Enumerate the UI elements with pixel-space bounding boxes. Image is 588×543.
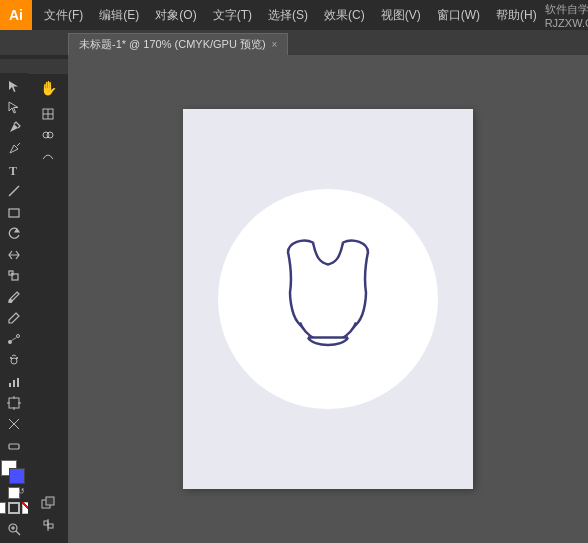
svg-rect-17 (9, 398, 19, 408)
selection-tool[interactable] (3, 76, 25, 96)
paintbrush-tool[interactable] (3, 287, 25, 307)
menu-window[interactable]: 窗口(W) (429, 0, 488, 30)
stroke-fill-row (0, 502, 28, 514)
main-area: T (0, 55, 588, 543)
app-logo: Ai (0, 0, 32, 30)
ruler-corner (0, 59, 28, 73)
menu-bar: 文件(F) 编辑(E) 对象(O) 文字(T) 选择(S) 效果(C) 视图(V… (32, 0, 588, 30)
svg-point-11 (11, 358, 17, 364)
svg-line-10 (12, 338, 17, 341)
svg-point-8 (8, 340, 12, 344)
symbol-sprayer-tool[interactable] (3, 350, 25, 370)
graph-tool[interactable] (3, 371, 25, 391)
scale-tool[interactable] (3, 266, 25, 286)
menu-help[interactable]: 帮助(H) (488, 0, 545, 30)
svg-point-31 (47, 132, 53, 138)
svg-rect-22 (9, 444, 19, 449)
svg-rect-16 (17, 378, 19, 387)
color-swatches[interactable] (1, 460, 27, 484)
menu-object[interactable]: 对象(O) (147, 0, 204, 30)
document-tab[interactable]: 未标题-1* @ 170% (CMYK/GPU 预览) × (68, 33, 288, 55)
eraser-tool[interactable] (3, 435, 25, 455)
line-tool[interactable] (3, 181, 25, 201)
title-bar: Ai 文件(F) 编辑(E) 对象(O) 文字(T) 选择(S) 效果(C) 视… (0, 0, 588, 30)
move-forward-icon[interactable] (33, 493, 63, 513)
menu-text[interactable]: 文字(T) (205, 0, 260, 30)
artboard-tool[interactable] (3, 393, 25, 413)
left-toolbar: T (0, 55, 28, 543)
ruler-horizontal (28, 59, 68, 74)
website-label: 软件自学网：RJZXW.COM (545, 2, 588, 29)
extra-tools (33, 104, 63, 166)
svg-line-0 (17, 143, 20, 146)
svg-rect-36 (48, 524, 53, 528)
svg-rect-33 (46, 497, 54, 505)
canvas-area (68, 55, 588, 543)
tab-bar: 未标题-1* @ 170% (CMYK/GPU 预览) × (0, 30, 588, 55)
add-anchor-tool[interactable] (3, 139, 25, 159)
shape-builder-tool[interactable] (33, 125, 63, 145)
reflect-tool[interactable] (3, 245, 25, 265)
pencil-tool[interactable] (3, 308, 25, 328)
pen-tool[interactable] (3, 118, 25, 138)
arrange-tools (33, 493, 63, 539)
svg-point-7 (9, 300, 12, 303)
color-reset-row: ↺ (8, 487, 20, 499)
mesh-tool[interactable] (33, 104, 63, 124)
background-swatch[interactable] (9, 468, 25, 484)
tab-label: 未标题-1* @ 170% (CMYK/GPU 预览) (79, 37, 266, 52)
type-tool[interactable]: T (3, 160, 25, 180)
svg-point-13 (16, 358, 17, 359)
reset-color-icon[interactable]: ↺ (8, 487, 20, 499)
fill-icon[interactable] (0, 502, 6, 514)
rectangle-tool[interactable] (3, 202, 25, 222)
svg-rect-3 (9, 209, 19, 217)
menu-effect[interactable]: 效果(C) (316, 0, 373, 30)
reset-arrow-icon: ↺ (18, 487, 25, 496)
menu-file[interactable]: 文件(F) (36, 0, 91, 30)
none-icon[interactable] (22, 502, 28, 514)
artboard (183, 109, 473, 489)
zoom-tool[interactable] (3, 519, 25, 539)
svg-point-9 (17, 335, 20, 338)
menu-select[interactable]: 选择(S) (260, 0, 316, 30)
menu-view[interactable]: 视图(V) (373, 0, 429, 30)
secondary-toolbar: ✋ (28, 55, 68, 543)
svg-rect-35 (44, 521, 48, 525)
rotate-tool[interactable] (3, 224, 25, 244)
align-icon[interactable] (33, 515, 63, 535)
hand-tool[interactable]: ✋ (33, 77, 63, 99)
direct-selection-tool[interactable] (3, 97, 25, 117)
menu-edit[interactable]: 编辑(E) (91, 0, 147, 30)
warp-tool[interactable] (33, 146, 63, 166)
blend-tool[interactable] (3, 329, 25, 349)
svg-line-2 (9, 186, 19, 196)
tab-close-button[interactable]: × (272, 39, 278, 50)
clothing-artwork (258, 223, 398, 376)
svg-rect-14 (9, 383, 11, 387)
slice-tool[interactable] (3, 414, 25, 434)
svg-line-24 (16, 531, 20, 535)
svg-rect-15 (13, 380, 15, 387)
svg-point-12 (10, 358, 11, 359)
stroke-icon[interactable] (8, 502, 20, 514)
svg-text:T: T (9, 164, 17, 177)
